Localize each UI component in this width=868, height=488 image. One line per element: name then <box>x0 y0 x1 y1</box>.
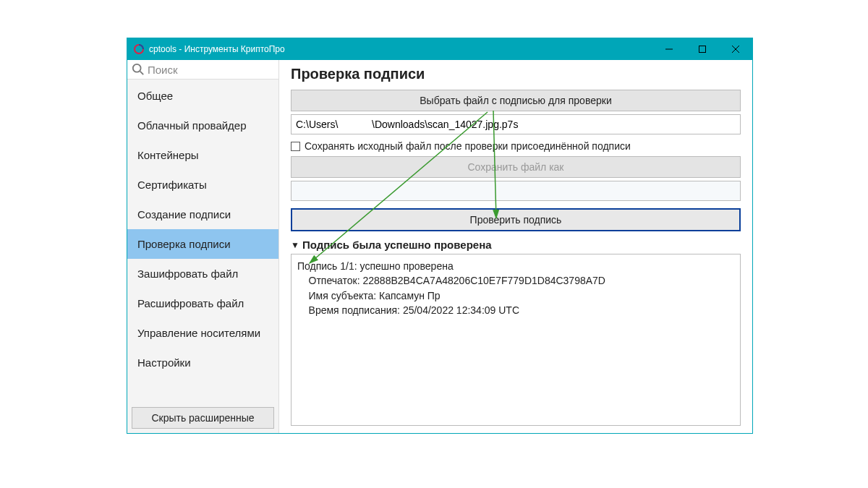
close-button[interactable] <box>719 38 752 60</box>
minimize-button[interactable] <box>652 38 686 60</box>
svg-point-5 <box>133 64 141 72</box>
sidebar-item-create-signature[interactable]: Создание подписи <box>127 200 278 229</box>
titlebar: cptools - Инструменты КриптоПро <box>127 38 752 60</box>
result-header[interactable]: ▼ Подпись была успешно проверена <box>291 239 741 251</box>
result-output[interactable]: Подпись 1/1: успешно проверена Отпечаток… <box>291 254 741 426</box>
svg-rect-2 <box>699 46 706 53</box>
sidebar-item-decrypt-file[interactable]: Расшифровать файл <box>127 288 278 318</box>
save-source-checkbox-label: Сохранять исходный файл после проверки п… <box>305 140 631 152</box>
search-wrap <box>127 60 278 80</box>
sidebar-item-media-management[interactable]: Управление носителями <box>127 318 278 348</box>
sidebar-item-general[interactable]: Общее <box>127 81 278 111</box>
result-title: Подпись была успешно проверена <box>302 239 492 251</box>
window-controls <box>652 38 752 60</box>
svg-line-6 <box>140 72 144 75</box>
sidebar-item-cloud-provider[interactable]: Облачный провайдер <box>127 111 278 140</box>
file-path-input[interactable] <box>291 114 741 134</box>
app-window: cptools - Инструменты КриптоПро Общее Об… <box>127 38 753 434</box>
sidebar-item-encrypt-file[interactable]: Зашифровать файл <box>127 259 278 288</box>
app-icon <box>133 43 145 55</box>
save-source-checkbox-row[interactable]: Сохранять исходный файл после проверки п… <box>291 140 741 152</box>
window-title: cptools - Инструменты КриптоПро <box>149 44 652 54</box>
window-body: Общее Облачный провайдер Контейнеры Серт… <box>127 60 752 433</box>
verify-button[interactable]: Проверить подпись <box>291 208 741 231</box>
caret-down-icon: ▼ <box>291 240 299 250</box>
nav-list: Общее Облачный провайдер Контейнеры Серт… <box>127 80 278 403</box>
main-panel: Проверка подписи Выбрать файл с подписью… <box>279 60 752 433</box>
save-as-path-input[interactable] <box>291 181 741 201</box>
checkbox-icon <box>291 142 300 151</box>
maximize-button[interactable] <box>686 38 719 60</box>
sidebar-item-verify-signature[interactable]: Проверка подписи <box>127 229 278 259</box>
page-title: Проверка подписи <box>291 66 741 82</box>
search-icon <box>132 63 145 76</box>
select-file-button[interactable]: Выбрать файл с подписью для проверки <box>291 90 741 111</box>
sidebar: Общее Облачный провайдер Контейнеры Серт… <box>127 60 279 433</box>
search-input[interactable] <box>148 64 274 76</box>
hide-extended-button[interactable]: Скрыть расширенные <box>132 407 274 429</box>
save-as-button[interactable]: Сохранить файл как <box>291 156 741 178</box>
sidebar-item-containers[interactable]: Контейнеры <box>127 140 278 170</box>
sidebar-item-settings[interactable]: Настройки <box>127 348 278 377</box>
sidebar-item-certificates[interactable]: Сертификаты <box>127 170 278 200</box>
